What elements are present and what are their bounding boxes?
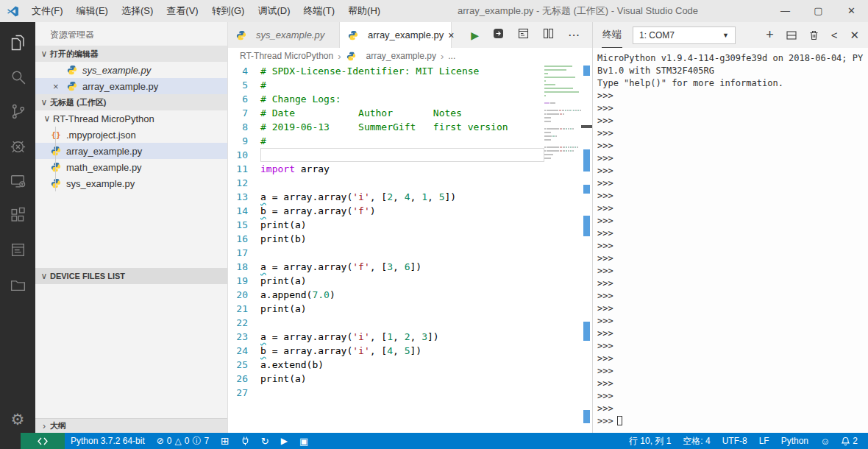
terminal-selector[interactable]: 1: COM7 ▼ <box>633 26 736 44</box>
line-number[interactable]: 10 <box>228 148 260 162</box>
run-file-icon[interactable]: ▶ <box>471 29 479 41</box>
notifications-button[interactable]: 2 <box>836 433 864 449</box>
tree-file-item[interactable]: math_example.py <box>35 159 227 175</box>
line-number[interactable]: 24 <box>228 344 260 358</box>
line-number[interactable]: 11 <box>228 162 260 176</box>
code-line[interactable]: 23a = array.array('i', [1, 2, 3]) <box>228 330 544 344</box>
open-editor-item[interactable]: sys_example.py <box>35 62 227 78</box>
tree-file-item[interactable]: array_example.py <box>35 143 227 159</box>
source-control-icon[interactable] <box>0 94 35 129</box>
chevron-left-icon[interactable]: < <box>831 29 838 41</box>
menu-item[interactable]: 文件(F) <box>25 0 70 22</box>
overview-ruler[interactable] <box>581 64 592 433</box>
line-number[interactable]: 7 <box>228 106 260 120</box>
close-tab-icon[interactable]: × <box>448 29 454 41</box>
explorer-icon[interactable] <box>0 25 35 60</box>
open-editors-header[interactable]: ∨ 打开的编辑器 <box>35 46 227 62</box>
code-line[interactable]: 13a = array.array('i', [2, 4, 1, 5]) <box>228 190 544 204</box>
line-number[interactable]: 16 <box>228 232 260 246</box>
problems-status[interactable]: ⊘ 0 △ 0 ⓘ 7 <box>151 433 215 449</box>
code-line[interactable]: 16print(b) <box>228 232 544 246</box>
menu-item[interactable]: 选择(S) <box>115 0 160 22</box>
indentation-status[interactable]: 空格: 4 <box>677 433 716 449</box>
outline-header[interactable]: › 大纲 <box>35 418 227 433</box>
code-line[interactable]: 12 <box>228 176 544 190</box>
line-number[interactable]: 20 <box>228 288 260 302</box>
line-number[interactable]: 12 <box>228 176 260 190</box>
line-number[interactable]: 9 <box>228 134 260 148</box>
sync-device-icon[interactable] <box>493 28 504 42</box>
run-button[interactable]: ▶ <box>275 433 294 449</box>
sync-files-button[interactable]: ↻ <box>255 433 275 449</box>
line-number[interactable]: 21 <box>228 302 260 316</box>
close-panel-icon[interactable]: ✕ <box>850 29 859 42</box>
code-line[interactable]: 7# Date Author Notes <box>228 106 544 120</box>
python-interpreter-status[interactable]: Python 3.7.2 64-bit <box>65 433 151 449</box>
maximize-button[interactable]: ▢ <box>802 0 835 22</box>
code-line[interactable]: 21print(a) <box>228 302 544 316</box>
code-line[interactable]: 22 <box>228 316 544 330</box>
code-line[interactable]: 10 <box>228 148 544 162</box>
breadcrumb-item[interactable]: ... <box>448 51 455 61</box>
menu-item[interactable]: 查看(V) <box>160 0 204 22</box>
line-number[interactable]: 8 <box>228 120 260 134</box>
remote-indicator[interactable] <box>21 433 65 449</box>
line-number[interactable]: 15 <box>228 218 260 232</box>
line-number[interactable]: 13 <box>228 190 260 204</box>
cursor-position-status[interactable]: 行 10, 列 1 <box>623 433 677 449</box>
terminal-output[interactable]: MicroPython v1.9.4-114-g309fe39d on 2018… <box>593 48 868 433</box>
folder-icon[interactable] <box>0 267 35 302</box>
feedback-button[interactable]: ☺ <box>814 433 836 449</box>
workspace-header[interactable]: ∨ 无标题 (工作区) <box>35 94 227 110</box>
close-file-icon[interactable]: × <box>53 81 66 92</box>
line-number[interactable]: 19 <box>228 274 260 288</box>
kill-terminal-icon[interactable] <box>809 30 819 40</box>
extensions-icon[interactable] <box>0 198 35 233</box>
device-files-header[interactable]: ∨ DEVICE FILES LIST <box>35 268 227 284</box>
menu-item[interactable]: 编辑(E) <box>70 0 115 22</box>
line-number[interactable]: 18 <box>228 260 260 274</box>
code-line[interactable]: 20a.append(7.0) <box>228 288 544 302</box>
menu-item[interactable]: 调试(D) <box>251 0 296 22</box>
breadcrumb-item[interactable]: array_example.py <box>366 51 436 61</box>
settings-gear-icon[interactable]: ⚙ <box>11 411 25 428</box>
line-number[interactable]: 14 <box>228 204 260 218</box>
new-project-button[interactable]: ⊞ <box>215 433 235 449</box>
minimize-button[interactable]: — <box>769 0 802 22</box>
code-line[interactable]: 11import array <box>228 162 544 176</box>
code-line[interactable]: 26print(a) <box>228 372 544 386</box>
line-number[interactable]: 5 <box>228 78 260 92</box>
terminal-tab[interactable]: 终端 <box>602 22 622 48</box>
menu-item[interactable]: 终端(T) <box>296 0 341 22</box>
code-line[interactable]: 17 <box>228 246 544 260</box>
minimap[interactable] <box>544 66 581 165</box>
line-number[interactable]: 4 <box>228 64 260 78</box>
menu-item[interactable]: 转到(G) <box>205 0 252 22</box>
code-line[interactable]: 15print(a) <box>228 218 544 232</box>
tab-sys-example[interactable]: sys_example.py <box>228 22 340 48</box>
code-line[interactable]: 6# Change Logs: <box>228 92 544 106</box>
line-number[interactable]: 23 <box>228 330 260 344</box>
output-document-icon[interactable] <box>0 233 35 267</box>
code-line[interactable]: 4# SPDX-License-Identifier: MIT License <box>228 64 544 78</box>
encoding-status[interactable]: UTF-8 <box>716 433 753 449</box>
line-number[interactable]: 26 <box>228 372 260 386</box>
tree-file-item[interactable]: sys_example.py <box>35 175 227 191</box>
code-line[interactable]: 19print(a) <box>228 274 544 288</box>
open-editor-item[interactable]: ×array_example.py <box>35 78 227 94</box>
code-line[interactable]: 9# <box>228 134 544 148</box>
line-number[interactable]: 27 <box>228 386 260 400</box>
line-number[interactable]: 22 <box>228 316 260 330</box>
line-number[interactable]: 17 <box>228 246 260 260</box>
device-icon[interactable] <box>0 163 35 198</box>
menu-item[interactable]: 帮助(H) <box>341 0 387 22</box>
eol-status[interactable]: LF <box>753 433 775 449</box>
breadcrumb-item[interactable]: RT-Thread MicroPython <box>240 51 333 61</box>
code-line[interactable]: 8# 2019-06-13 SummerGift first version <box>228 120 544 134</box>
code-line[interactable]: 27 <box>228 386 544 400</box>
code-line[interactable]: 18a = array.array('f', [3, 6]) <box>228 260 544 274</box>
stop-button[interactable]: ▣ <box>294 433 314 449</box>
tab-array-example[interactable]: array_example.py × <box>340 22 452 48</box>
tree-file-item[interactable]: {}.mpyproject.json <box>35 127 227 143</box>
split-editor-icon[interactable] <box>543 28 554 42</box>
